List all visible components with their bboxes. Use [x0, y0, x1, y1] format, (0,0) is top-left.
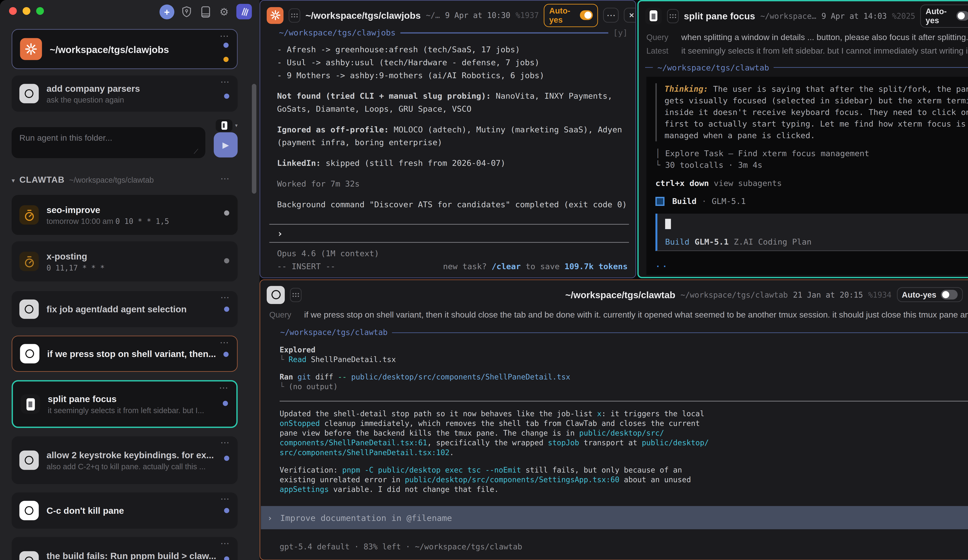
card-menu-button[interactable]: ··· — [221, 294, 230, 301]
sidebar: + ⚙ ··· ~/workspace/tgs — [0, 0, 260, 560]
sidebar-item-cc-dont-kill-pane[interactable]: ··· C-c don't kill pane — [12, 492, 237, 529]
status-dot-blue — [224, 43, 229, 48]
sidebar-item-fix-job-agent[interactable]: ··· fix job agent/add agent selection — [12, 291, 237, 327]
session-path: ~/workspace/tgs/clawjobs — [279, 26, 396, 40]
terminal-output: Thinking: The user is saying that after … — [646, 77, 968, 275]
auto-yes-toggle[interactable]: Auto-yes — [897, 287, 963, 302]
card-menu-button[interactable]: ··· — [221, 540, 230, 547]
sidebar-item-add-company-parsers[interactable]: ··· add company parsers ask the question… — [12, 76, 237, 112]
sidebar-item-x-posting[interactable]: x-posting 0 11,17 * * * — [12, 241, 237, 281]
claude-icon — [20, 38, 42, 60]
thinking-text: The user is saying that after the split/… — [665, 84, 968, 140]
text-segment: diff — [315, 372, 338, 382]
thinking-block: Thinking: The user is saying that after … — [656, 83, 968, 141]
auto-yes-label: Auto-yes — [549, 6, 575, 24]
terminal-icon — [221, 121, 227, 130]
text-segment: transport at — [579, 438, 642, 448]
text-segment: /clear — [492, 261, 521, 271]
status-dot-blue — [224, 94, 229, 99]
result-line: ●Background command "Discover ATS for ca… — [277, 198, 628, 211]
toolbar: + ⚙ — [159, 4, 252, 19]
text-segment: 109.7k tokens — [565, 261, 628, 271]
task-subtitle: ask the question again — [46, 95, 218, 104]
card-menu-button[interactable]: ··· — [221, 78, 230, 86]
command-output: (no output) — [288, 382, 338, 391]
card-menu-button[interactable]: ··· — [220, 32, 229, 40]
card-menu-button[interactable]: ··· — [221, 439, 230, 447]
agent-mode-button[interactable] — [215, 119, 232, 132]
shell-prompt[interactable]: › — [277, 228, 629, 240]
query-row: Query when splitting a window in details… — [639, 30, 968, 43]
titlebar: + ⚙ — [0, 0, 260, 23]
toggle-knob — [580, 10, 593, 20]
sidebar-item-allow-2-keystroke[interactable]: ··· allow 2 keystroke keybindings. for e… — [12, 436, 237, 484]
subagent-row[interactable]: Build · GLM-5.1 — [656, 196, 968, 207]
card-menu-button[interactable]: ··· — [220, 384, 229, 392]
auto-yes-toggle[interactable]: Auto-yes — [920, 4, 968, 28]
run-agent-input[interactable] — [12, 127, 206, 158]
status-dot-blue — [224, 352, 229, 357]
section-menu-button[interactable]: ··· — [221, 175, 230, 183]
shield-icon[interactable] — [180, 5, 193, 18]
query-label: Query — [269, 311, 295, 319]
task-title: the build fails: Run pnpm build > claw..… — [46, 550, 218, 560]
text-segment: Ran — [280, 372, 297, 382]
text-segment: onStopped — [280, 419, 320, 428]
agent-status-icon — [656, 197, 665, 206]
pane-split-pane-focus[interactable]: split pane focus ~/workspace… 9 Apr at 1… — [637, 0, 968, 278]
card-menu-button[interactable]: ··· — [220, 339, 229, 347]
chevron-down-icon[interactable]: ▾ — [235, 123, 237, 129]
text-segment: . — [449, 448, 454, 457]
gear-icon[interactable]: ⚙ — [217, 5, 230, 18]
card-menu-button[interactable]: ··· — [221, 495, 230, 503]
task-title: split pane focus — [48, 393, 217, 404]
summary-block: •Updated the shell-detail stop path so i… — [280, 409, 968, 458]
pane-title: split pane focus — [684, 11, 755, 21]
minimize-window-button[interactable] — [23, 7, 30, 15]
text-segment: Verification: — [280, 465, 342, 474]
pane-clawtab[interactable]: ~/workspace/tgs/clawtab ~/workspace/tgs/… — [260, 279, 968, 560]
keybind-text: view subagents — [709, 178, 782, 188]
worked-text: Worked for 7m 32s — [277, 179, 360, 188]
zoom-window-button[interactable] — [36, 7, 44, 15]
text-segment: -- — [338, 372, 351, 382]
app-logo-button[interactable] — [236, 4, 252, 19]
text-segment: x — [597, 409, 602, 418]
pane-menu-button[interactable]: ··· — [603, 8, 619, 23]
task-title: fix job agent/add agent selection — [46, 304, 218, 314]
section-header-clawtab[interactable]: ▾ CLAWTAB ~/workspace/tgs/clawtab ··· — [12, 175, 237, 187]
sidebar-item-if-we-press-stop[interactable]: ··· if we press stop on shell variant, t… — [12, 335, 237, 372]
chevron-down-icon[interactable]: ▾ — [12, 177, 15, 184]
pane-header: ~/workspace/tgs/clawtab ~/workspace/tgs/… — [260, 280, 968, 309]
pane-clawjobs[interactable]: ~/workspace/tgs/clawjobs ~/… 9 Apr at 10… — [260, 0, 636, 278]
pane-path: ~/workspace… — [760, 11, 816, 20]
resize-handle-icon[interactable]: ⟋ — [194, 148, 198, 155]
divider — [269, 242, 629, 243]
sidebar-item-split-pane-focus[interactable]: ··· split pane focus it seemingly select… — [12, 380, 237, 428]
sidebar-item-seo-improve[interactable]: seo-improve tomorrow 10:00 am 0 10 * * 1… — [12, 195, 237, 235]
file-name: ShellPaneDetail.tsx — [307, 355, 396, 364]
drag-handle[interactable] — [290, 287, 302, 302]
device-icon[interactable] — [199, 5, 212, 18]
close-window-button[interactable] — [9, 7, 17, 15]
chatgpt-icon — [20, 344, 39, 363]
command-line: Ran git diff -- public/desktop/src/compo… — [280, 372, 570, 382]
sidebar-item-build-fails[interactable]: ··· the build fails: Run pnpm build > cl… — [12, 537, 237, 560]
sidebar-scrollbar[interactable] — [252, 84, 256, 194]
text-segment: , specifically the wrapped — [427, 438, 548, 448]
section-name: CLAWTAB — [19, 175, 65, 185]
sidebar-item-clawjobs-workspace[interactable]: ··· ~/workspace/tgs/clawjobs — [12, 29, 237, 69]
pane-close-button[interactable]: × — [624, 8, 636, 23]
auto-yes-toggle[interactable]: Auto-yes — [544, 3, 598, 27]
status-dot-blue — [224, 508, 229, 513]
send-button[interactable]: ▶ — [214, 132, 237, 157]
new-agent-button[interactable]: + — [159, 4, 174, 19]
agent-input-box[interactable]: BuildGLM-5.1Z.AI Coding Plan — [656, 214, 968, 251]
explored-block: •Explored└ Read ShellPaneDetail.tsx — [280, 345, 968, 365]
drag-handle[interactable] — [667, 9, 679, 23]
task-schedule: tomorrow 10:00 am — [46, 216, 115, 226]
suggestion-input-row[interactable]: › Improve documentation in @filename — [261, 506, 968, 529]
drag-handle[interactable] — [288, 8, 300, 22]
thinking-label: Thinking: — [665, 84, 708, 94]
chatgpt-icon — [19, 84, 39, 103]
